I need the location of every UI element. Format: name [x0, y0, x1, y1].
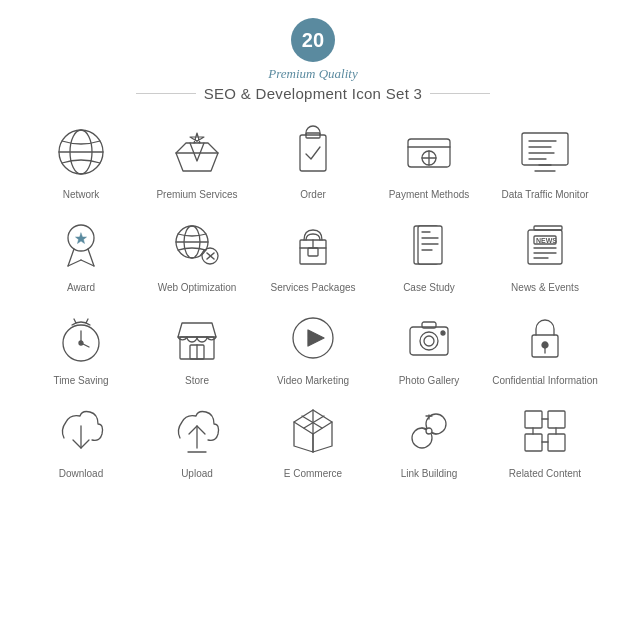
svg-line-53 — [86, 319, 88, 323]
confidential-information-icon — [513, 306, 577, 370]
award-label: Award — [67, 281, 95, 294]
icon-cell-store: Store — [139, 298, 255, 391]
icon-cell-link-building: Link Building — [371, 391, 487, 484]
svg-rect-34 — [308, 248, 318, 256]
confidential-information-label: Confidential Information — [492, 374, 598, 387]
web-optimization-icon — [165, 213, 229, 277]
svg-rect-41 — [528, 230, 562, 264]
icon-cell-payment-methods: Payment Methods — [371, 112, 487, 205]
icon-cell-news-events: NEWS News & Events — [487, 205, 603, 298]
badge: 20 — [291, 18, 335, 62]
svg-rect-80 — [548, 411, 565, 428]
award-icon — [49, 213, 113, 277]
svg-text:NEWS: NEWS — [536, 237, 557, 244]
premium-services-icon — [165, 120, 229, 184]
order-icon — [281, 120, 345, 184]
payment-methods-label: Payment Methods — [389, 188, 470, 201]
video-marketing-label: Video Marketing — [277, 374, 349, 387]
svg-point-61 — [424, 336, 434, 346]
icon-cell-services-packages: Services Packages — [255, 205, 371, 298]
icon-cell-upload: Upload — [139, 391, 255, 484]
icons-grid: Network Premium Services Order — [23, 112, 603, 484]
upload-icon — [165, 399, 229, 463]
network-icon — [49, 120, 113, 184]
time-saving-icon — [49, 306, 113, 370]
icon-cell-download: Download — [23, 391, 139, 484]
title-line-left — [136, 93, 196, 94]
svg-point-65 — [542, 342, 548, 348]
services-packages-icon — [281, 213, 345, 277]
svg-point-51 — [79, 341, 83, 345]
news-events-label: News & Events — [511, 281, 579, 294]
network-label: Network — [63, 188, 100, 201]
svg-line-52 — [74, 319, 76, 323]
icon-cell-video-marketing: Video Marketing — [255, 298, 371, 391]
svg-rect-4 — [300, 135, 326, 171]
header: 20 Premium Quality SEO & Development Ico… — [136, 18, 491, 102]
premium-services-label: Premium Services — [156, 188, 237, 201]
photo-gallery-icon — [397, 306, 461, 370]
order-label: Order — [300, 188, 326, 201]
web-optimization-label: Web Optimization — [158, 281, 237, 294]
case-study-label: Case Study — [403, 281, 455, 294]
svg-rect-42 — [534, 226, 562, 230]
data-traffic-monitor-icon — [513, 120, 577, 184]
icon-cell-related-content: Related Content — [487, 391, 603, 484]
e-commerce-icon — [281, 399, 345, 463]
download-icon — [49, 399, 113, 463]
upload-label: Upload — [181, 467, 213, 480]
related-content-label: Related Content — [509, 467, 581, 480]
svg-point-63 — [441, 331, 445, 335]
store-label: Store — [185, 374, 209, 387]
icon-cell-network: Network — [23, 112, 139, 205]
title-row: SEO & Development Icon Set 3 — [136, 85, 491, 102]
icon-cell-case-study: Case Study — [371, 205, 487, 298]
svg-line-71 — [302, 416, 322, 428]
main-title: SEO & Development Icon Set 3 — [204, 85, 423, 102]
icon-cell-data-traffic-monitor: Data Traffic Monitor — [487, 112, 603, 205]
svg-rect-81 — [525, 434, 542, 451]
svg-marker-58 — [308, 330, 324, 346]
icon-cell-web-optimization: Web Optimization — [139, 205, 255, 298]
video-marketing-icon — [281, 306, 345, 370]
related-content-icon — [513, 399, 577, 463]
svg-rect-79 — [525, 411, 542, 428]
svg-point-76 — [426, 428, 432, 434]
photo-gallery-label: Photo Gallery — [399, 374, 460, 387]
svg-rect-11 — [522, 133, 568, 165]
svg-rect-82 — [548, 434, 565, 451]
svg-point-60 — [420, 332, 438, 350]
e-commerce-label: E Commerce — [284, 467, 342, 480]
icon-cell-time-saving: Time Saving — [23, 298, 139, 391]
download-label: Download — [59, 467, 103, 480]
icon-cell-order: Order — [255, 112, 371, 205]
svg-marker-19 — [76, 233, 87, 244]
news-events-icon: NEWS — [513, 213, 577, 277]
time-saving-label: Time Saving — [53, 374, 108, 387]
icon-cell-photo-gallery: Photo Gallery — [371, 298, 487, 391]
icon-cell-award: Award — [23, 205, 139, 298]
link-building-label: Link Building — [401, 467, 458, 480]
link-building-icon — [397, 399, 461, 463]
icon-cell-e-commerce: E Commerce — [255, 391, 371, 484]
data-traffic-monitor-label: Data Traffic Monitor — [501, 188, 588, 201]
premium-text: Premium Quality — [268, 66, 357, 82]
icon-cell-premium-services: Premium Services — [139, 112, 255, 205]
title-line-right — [430, 93, 490, 94]
case-study-icon — [397, 213, 461, 277]
svg-line-72 — [304, 416, 324, 428]
store-icon — [165, 306, 229, 370]
services-packages-label: Services Packages — [270, 281, 355, 294]
icon-cell-confidential-information: Confidential Information — [487, 298, 603, 391]
payment-methods-icon — [397, 120, 461, 184]
